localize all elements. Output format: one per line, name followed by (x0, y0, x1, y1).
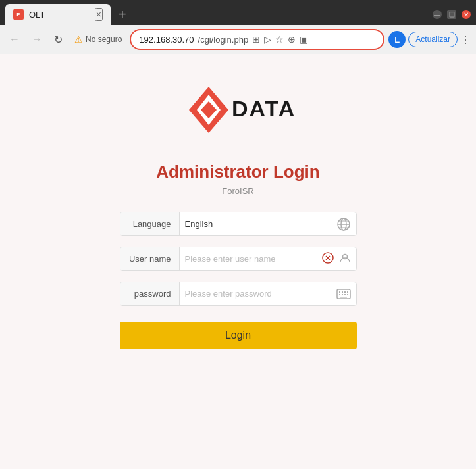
maximize-button[interactable]: ❑ (447, 10, 456, 19)
language-icon[interactable] (331, 217, 356, 232)
svg-rect-19 (342, 294, 343, 295)
cast-icon[interactable]: ▷ (264, 34, 271, 45)
forolsr-subtitle: ForoISR (222, 186, 253, 196)
svg-rect-20 (344, 294, 346, 295)
active-tab[interactable]: P OLT × (5, 4, 111, 25)
username-input[interactable] (180, 247, 317, 270)
minimize-button[interactable]: — (433, 10, 442, 19)
language-select[interactable]: English Chinese Spanish (180, 212, 331, 235)
tab-bar: P OLT × + — ❑ ✕ (0, 0, 476, 25)
reload-button[interactable]: ↻ (50, 31, 66, 49)
bookmark-icon[interactable]: ☆ (275, 34, 284, 45)
url-highlighted: 192.168.30.70 (139, 35, 194, 45)
language-row: Language English Chinese Spanish (120, 212, 357, 236)
extensions-icon[interactable]: ⊕ (288, 34, 296, 45)
qr-icon[interactable]: ⊞ (252, 34, 260, 45)
password-label: password (120, 282, 180, 305)
keyboard-icon[interactable] (331, 289, 356, 299)
username-row: User name (120, 247, 357, 271)
clear-username-icon[interactable] (322, 252, 334, 266)
browser-menu-button[interactable]: ⋮ (460, 34, 471, 46)
svg-text:DATA: DATA (232, 96, 296, 121)
nav-bar: ← → ↻ ⚠ No seguro 192.168.30.70 /cgi/log… (0, 25, 476, 54)
svg-rect-17 (347, 291, 348, 293)
url-bar-wrapper: 192.168.30.70 /cgi/login.php ⊞ ▷ ☆ ⊕ ▣ (130, 29, 384, 50)
svg-rect-16 (344, 291, 346, 293)
security-warning: ⚠ No seguro (70, 34, 126, 45)
language-label: Language (120, 212, 180, 235)
browser-chrome: P OLT × + — ❑ ✕ ← → ↻ ⚠ No seguro 192.16… (0, 0, 476, 54)
security-text: No seguro (86, 35, 122, 44)
username-label: User name (120, 247, 180, 270)
split-view-icon[interactable]: ▣ (300, 34, 308, 45)
profile-button[interactable]: L (388, 31, 406, 48)
password-input[interactable] (180, 282, 331, 305)
new-tab-button[interactable]: + (113, 5, 132, 25)
svg-rect-21 (347, 294, 348, 295)
cdata-logo: DATA (179, 80, 298, 139)
forward-button[interactable]: → (28, 31, 46, 48)
url-rest: /cgi/login.php (198, 35, 249, 45)
url-box[interactable]: 192.168.30.70 /cgi/login.php ⊞ ▷ ☆ ⊕ ▣ (130, 29, 384, 50)
svg-rect-22 (340, 297, 347, 298)
login-title: Administrator Login (156, 162, 319, 182)
tab-favicon: P (13, 9, 24, 20)
user-avatar-icon (339, 252, 351, 266)
close-window-button[interactable]: ✕ (462, 10, 471, 19)
warning-icon: ⚠ (74, 34, 83, 45)
logo-area: DATA (179, 80, 298, 142)
password-row: password (120, 282, 357, 306)
svg-rect-18 (339, 294, 340, 295)
login-form: Language English Chinese Spanish (120, 212, 357, 349)
login-button[interactable]: Login (120, 322, 357, 349)
page-content: DATA Administrator Login ForoISR Languag… (0, 54, 476, 469)
update-button[interactable]: Actualizar (408, 32, 458, 47)
tab-title: OLT (29, 10, 90, 20)
back-button[interactable]: ← (5, 31, 24, 48)
username-icons (317, 252, 356, 266)
svg-rect-14 (339, 291, 340, 293)
svg-rect-15 (342, 291, 343, 293)
tab-close-button[interactable]: × (95, 8, 103, 21)
